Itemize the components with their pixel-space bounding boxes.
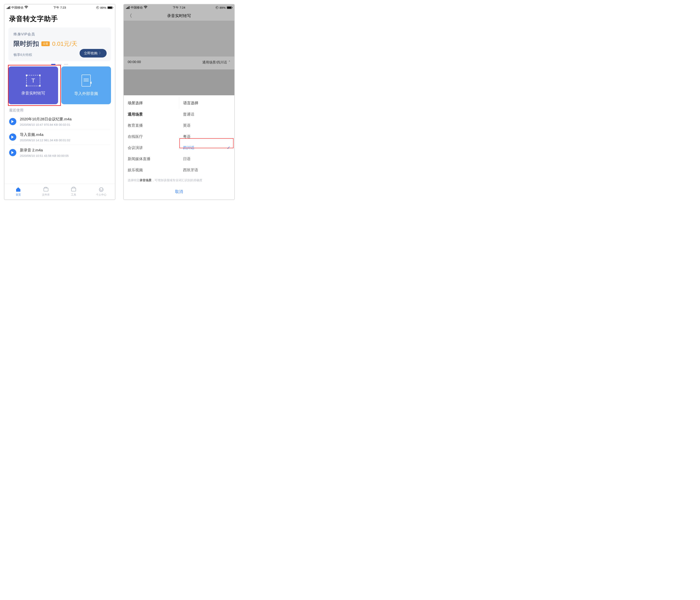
scene-lang-label: 通用场景/四川话	[202, 60, 227, 65]
pager-dots	[4, 64, 115, 65]
clock-label: 下午 7:24	[173, 6, 185, 9]
import-audio-card[interactable]: 导入外部音频	[61, 67, 111, 104]
clock-label: 下午 7:23	[53, 6, 66, 9]
tab-bar: 首页 文件库 工具 个人中心	[4, 184, 115, 200]
scene-option[interactable]: 娱乐视频	[124, 165, 179, 176]
alarm-icon	[96, 6, 99, 9]
file-row[interactable]: 导入音频.m4a 2020/06/10 14:12 981.34 KB 00:0…	[4, 129, 115, 145]
battery-pct: 89%	[220, 6, 226, 9]
scene-option[interactable]: 会议演讲	[124, 142, 179, 153]
home-icon	[16, 188, 21, 192]
chevron-up-icon: ˄	[229, 60, 230, 65]
battery-icon	[107, 6, 112, 9]
back-button[interactable]: 〈	[127, 12, 132, 19]
svg-point-1	[145, 8, 146, 8]
nav-title: 录音实时转写	[167, 13, 191, 19]
play-icon[interactable]	[9, 149, 16, 156]
file-row[interactable]: 2020年10月28日会议纪要.m4a 2020/06/10 10:47 970…	[4, 114, 115, 129]
realtime-card-label: 录音实时转写	[21, 91, 45, 96]
text-frame-icon: T	[26, 75, 40, 86]
sheet-hint: 选择特定录音场景，可增加该领域专业词汇识别的准确度	[124, 176, 234, 185]
scene-option[interactable]: 新闻媒体直播	[124, 153, 179, 165]
vip-discount-label: 限时折扣	[14, 40, 39, 48]
realtime-transcribe-card[interactable]: T 录音实时转写	[8, 67, 58, 104]
carrier-label: 中国移动	[131, 6, 143, 9]
phone-screen-transcribe: 中国移动 下午 7:24 89% 〈 录音实时转写 00:00:00	[123, 4, 235, 200]
timer-label: 00:00:00	[128, 60, 141, 65]
recent-label: 最近使用	[4, 104, 115, 114]
alarm-icon	[216, 6, 219, 9]
lang-option[interactable]: 普通话	[179, 109, 234, 120]
file-meta: 2020/06/10 14:12 981.34 KB 00:01:02	[20, 139, 70, 142]
tab-me[interactable]: 个人中心	[87, 184, 115, 200]
chevron-right-icon: 〉	[99, 51, 102, 55]
vip-buy-label: 立即抢购	[84, 51, 98, 55]
tab-me-label: 个人中心	[96, 193, 106, 197]
battery-pct: 89%	[100, 6, 106, 9]
vip-price: 0.01元/天	[52, 40, 77, 48]
tab-tools[interactable]: 工具	[60, 184, 87, 200]
folder-icon	[44, 188, 48, 191]
file-row[interactable]: 新录音 2.m4a 2020/06/10 10:51 43.58 KB 00:0…	[4, 145, 115, 160]
status-bar: 中国移动 下午 7:23 89%	[4, 4, 115, 11]
hint-em: 录音场景	[140, 178, 152, 182]
lang-option-label: 四川话	[183, 146, 194, 150]
carrier-label: 中国移动	[11, 6, 23, 9]
check-icon: ✓	[227, 145, 230, 150]
vip-banner[interactable]: 终身VIP会员 限时折扣 仅需 0.01元/天 畅享6大特权 立即抢购 〉	[8, 27, 111, 61]
timer-row: 00:00:00 通用场景/四川话 ˄	[124, 56, 234, 68]
file-name: 导入音频.m4a	[20, 132, 70, 137]
scene-option[interactable]: 教育直播	[124, 120, 179, 131]
lang-column: 普通话 英语 粤语 四川话 ✓ 日语 西班牙语	[179, 109, 234, 176]
file-name: 新录音 2.m4a	[20, 148, 69, 153]
file-meta: 2020/06/10 10:51 43.58 KB 00:00:05	[20, 154, 69, 157]
wifi-icon	[24, 6, 28, 9]
scene-column: 通用场景 教育直播 在线医疗 会议演讲 新闻媒体直播 娱乐视频	[124, 109, 179, 176]
lang-option[interactable]: 粤语	[179, 131, 234, 142]
tab-home[interactable]: 首页	[4, 184, 32, 200]
lang-option[interactable]: 西班牙语	[179, 165, 234, 176]
file-name: 2020年10月28日会议纪要.m4a	[20, 117, 72, 122]
lang-option[interactable]: 英语	[179, 120, 234, 131]
wifi-icon	[144, 6, 147, 9]
toolbox-icon	[71, 188, 76, 191]
signal-icon	[7, 6, 10, 9]
battery-icon	[227, 6, 232, 9]
phone-screen-home: 中国移动 下午 7:23 89% 录音转文字助手 终身VIP会员 限时折扣 仅需…	[4, 4, 116, 200]
tab-files[interactable]: 文件库	[32, 184, 60, 200]
tab-home-label: 首页	[16, 193, 21, 197]
waveform-area	[124, 21, 234, 56]
tab-files-label: 文件库	[42, 193, 50, 197]
tab-tools-label: 工具	[71, 193, 76, 197]
lang-option[interactable]: 日语	[179, 153, 234, 165]
page-title: 录音转文字助手	[9, 14, 110, 23]
hint-post: ，可增加该领域专业词汇识别的准确度	[152, 178, 202, 182]
signal-icon	[126, 6, 129, 9]
scene-option[interactable]: 在线医疗	[124, 131, 179, 142]
import-card-label: 导入外部音频	[74, 91, 98, 96]
vip-buy-button[interactable]: 立即抢购 〉	[80, 49, 107, 57]
hint-pre: 选择特定	[128, 178, 140, 182]
scene-header: 场景选择	[124, 97, 179, 109]
lang-header: 语言选择	[179, 97, 234, 109]
cancel-button[interactable]: 取消	[124, 185, 234, 200]
user-icon	[99, 188, 103, 192]
status-bar: 中国移动 下午 7:24 89%	[124, 4, 234, 11]
lang-option-selected[interactable]: 四川话 ✓	[179, 142, 234, 153]
play-icon[interactable]	[9, 118, 16, 125]
vip-tag: 仅需	[41, 41, 50, 46]
svg-point-0	[26, 8, 26, 8]
file-meta: 2020/06/10 10:47 970.84 KB 00:02:01	[20, 123, 72, 126]
nav-bar: 〈 录音实时转写	[124, 11, 234, 21]
scene-option[interactable]: 通用场景	[124, 109, 179, 120]
selection-sheet: 场景选择 语言选择 通用场景 教育直播 在线医疗 会议演讲 新闻媒体直播 娱乐视…	[124, 95, 234, 200]
play-icon[interactable]	[9, 133, 16, 141]
import-file-icon	[81, 75, 91, 86]
vip-top-label: 终身VIP会员	[14, 32, 106, 36]
scene-lang-selector[interactable]: 通用场景/四川话 ˄	[202, 60, 230, 65]
